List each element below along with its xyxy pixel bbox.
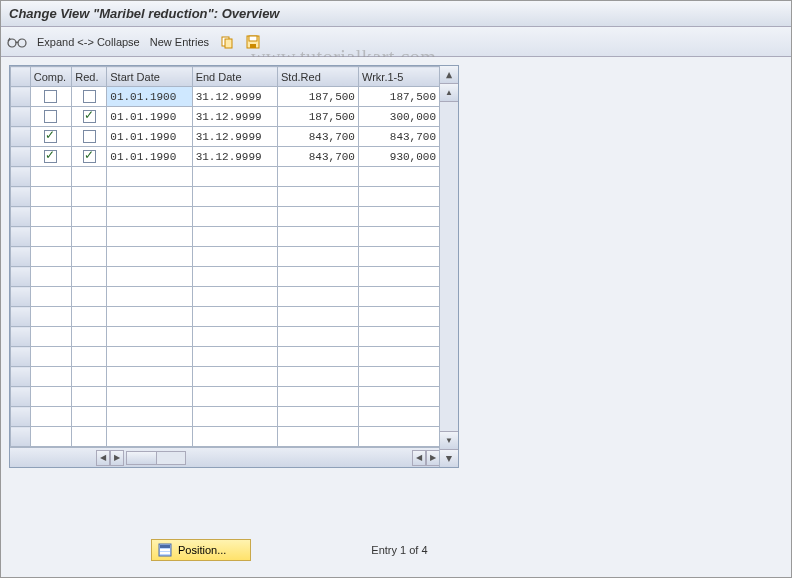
comp-checkbox[interactable] (30, 227, 72, 247)
wrkr-cell[interactable]: 300,000 (358, 107, 439, 127)
table-row[interactable] (11, 327, 440, 347)
row-handle[interactable] (11, 207, 31, 227)
table-row[interactable] (11, 247, 440, 267)
col-end[interactable]: End Date (192, 67, 277, 87)
stdred-cell[interactable] (278, 187, 359, 207)
table-row[interactable] (11, 347, 440, 367)
glasses-icon[interactable] (7, 35, 27, 49)
wrkr-cell[interactable] (358, 347, 439, 367)
start-date-cell[interactable] (107, 167, 192, 187)
row-handle[interactable] (11, 267, 31, 287)
end-date-cell[interactable] (192, 167, 277, 187)
row-handle[interactable] (11, 307, 31, 327)
start-date-cell[interactable] (107, 347, 192, 367)
row-handle[interactable] (11, 127, 31, 147)
row-handle[interactable] (11, 347, 31, 367)
wrkr-cell[interactable] (358, 247, 439, 267)
stdred-cell[interactable] (278, 227, 359, 247)
red-checkbox[interactable] (72, 347, 107, 367)
red-checkbox[interactable] (72, 147, 107, 167)
end-date-cell[interactable] (192, 327, 277, 347)
stdred-cell[interactable] (278, 307, 359, 327)
wrkr-cell[interactable] (358, 367, 439, 387)
red-checkbox[interactable] (72, 387, 107, 407)
row-handle[interactable] (11, 227, 31, 247)
table-row[interactable] (11, 267, 440, 287)
horizontal-scrollbar[interactable]: ◀ ▶ ◀ ▶ (10, 447, 440, 467)
stdred-cell[interactable] (278, 247, 359, 267)
comp-checkbox[interactable] (30, 187, 72, 207)
end-date-cell[interactable] (192, 227, 277, 247)
end-date-cell[interactable] (192, 407, 277, 427)
table-row[interactable]: 01.01.199031.12.9999843,700843,700 (11, 127, 440, 147)
start-date-cell[interactable] (107, 427, 192, 447)
col-red[interactable]: Red. (72, 67, 107, 87)
start-date-cell[interactable] (107, 387, 192, 407)
stdred-cell[interactable] (278, 427, 359, 447)
position-button[interactable]: Position... (151, 539, 251, 561)
red-checkbox[interactable] (72, 127, 107, 147)
table-row[interactable] (11, 287, 440, 307)
end-date-cell[interactable] (192, 267, 277, 287)
row-handle[interactable] (11, 107, 31, 127)
col-stdred[interactable]: Std.Red (278, 67, 359, 87)
start-date-cell[interactable] (107, 287, 192, 307)
end-date-cell[interactable] (192, 427, 277, 447)
row-handle[interactable] (11, 187, 31, 207)
stdred-cell[interactable]: 187,500 (278, 87, 359, 107)
comp-checkbox[interactable] (30, 327, 72, 347)
red-checkbox[interactable] (72, 307, 107, 327)
end-date-cell[interactable] (192, 307, 277, 327)
wrkr-cell[interactable] (358, 167, 439, 187)
hscroll-left-icon[interactable]: ◀ (96, 450, 110, 466)
comp-checkbox[interactable] (30, 127, 72, 147)
end-date-cell[interactable] (192, 347, 277, 367)
wrkr-cell[interactable] (358, 327, 439, 347)
stdred-cell[interactable]: 187,500 (278, 107, 359, 127)
red-checkbox[interactable] (72, 327, 107, 347)
end-date-cell[interactable] (192, 247, 277, 267)
wrkr-cell[interactable] (358, 407, 439, 427)
table-row[interactable] (11, 187, 440, 207)
comp-checkbox[interactable] (30, 207, 72, 227)
wrkr-cell[interactable] (358, 387, 439, 407)
end-date-cell[interactable]: 31.12.9999 (192, 107, 277, 127)
start-date-cell[interactable] (107, 187, 192, 207)
comp-checkbox[interactable] (30, 367, 72, 387)
table-row[interactable] (11, 167, 440, 187)
row-handle[interactable] (11, 287, 31, 307)
stdred-cell[interactable]: 843,700 (278, 147, 359, 167)
start-date-cell[interactable] (107, 247, 192, 267)
comp-checkbox[interactable] (30, 387, 72, 407)
row-handle[interactable] (11, 387, 31, 407)
start-date-cell[interactable] (107, 367, 192, 387)
comp-checkbox[interactable] (30, 287, 72, 307)
wrkr-cell[interactable]: 187,500 (358, 87, 439, 107)
comp-checkbox[interactable] (30, 347, 72, 367)
table-row[interactable] (11, 387, 440, 407)
col-comp[interactable]: Comp. (30, 67, 72, 87)
red-checkbox[interactable] (72, 367, 107, 387)
table-row[interactable]: 01.01.190031.12.9999187,500187,500 (11, 87, 440, 107)
comp-checkbox[interactable] (30, 247, 72, 267)
wrkr-cell[interactable] (358, 207, 439, 227)
vscroll-down-icon[interactable]: ▼ (440, 431, 458, 449)
comp-checkbox[interactable] (30, 167, 72, 187)
stdred-cell[interactable] (278, 407, 359, 427)
stdred-cell[interactable] (278, 207, 359, 227)
start-date-cell[interactable] (107, 407, 192, 427)
vscroll-track[interactable] (440, 102, 458, 431)
table-row[interactable] (11, 407, 440, 427)
row-handle[interactable] (11, 147, 31, 167)
save-icon[interactable] (245, 34, 261, 50)
table-row[interactable]: 01.01.199031.12.9999187,500300,000 (11, 107, 440, 127)
row-handle[interactable] (11, 247, 31, 267)
table-row[interactable] (11, 427, 440, 447)
start-date-cell[interactable]: 01.01.1990 (107, 147, 192, 167)
red-checkbox[interactable] (72, 427, 107, 447)
col-wrkr[interactable]: Wrkr.1-5 (358, 67, 439, 87)
wrkr-cell[interactable] (358, 187, 439, 207)
red-checkbox[interactable] (72, 267, 107, 287)
start-date-cell[interactable] (107, 207, 192, 227)
end-date-cell[interactable] (192, 287, 277, 307)
